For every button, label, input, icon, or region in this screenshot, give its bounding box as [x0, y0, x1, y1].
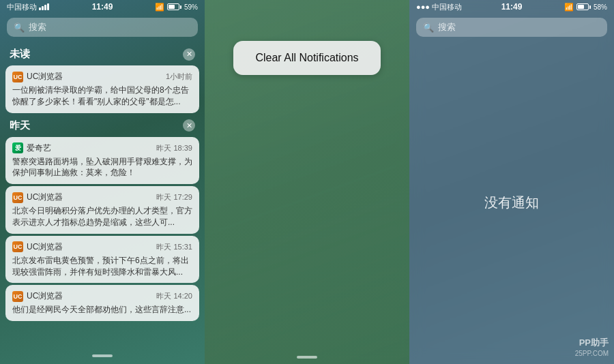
carrier-left: 中国移动 [7, 2, 37, 12]
left-status-left: 中国移动 [7, 2, 49, 12]
notif-header-uc-3: UC UC浏览器 昨天 15:31 [12, 241, 192, 253]
yesterday-close-button[interactable]: ✕ [183, 119, 195, 132]
search-icon-left: 🔍 [14, 22, 25, 33]
pp-logo: PP助手 [575, 337, 609, 349]
right-status-left: ●●● 中国移动 [416, 2, 462, 12]
wifi-icon-right: 📶 [564, 3, 574, 12]
carrier-right: ●●● [416, 3, 430, 11]
notif-app-uc-4: UC UC浏览器 [12, 290, 63, 302]
signal-bars-left [39, 3, 49, 10]
signal-bar-1 [39, 7, 41, 10]
right-status-bar: ●●● 中国移动 11:49 📶 58% [409, 0, 614, 14]
notif-card-uc-2[interactable]: UC UC浏览器 昨天 17:29 北京今日明确积分落户优先办理的人才类型，官方… [5, 186, 199, 234]
notif-text-iqiyi: 警察突遇路面坍塌，坠入破洞用手臂艰难支撑，为保护同事制止施救：莫来，危险！ [12, 156, 192, 179]
no-notifications-label: 没有通知 [409, 41, 614, 364]
notif-text-uc-2: 北京今日明确积分落户优先办理的人才类型，官方表示进京人才指标总趋势是缩减，这些人… [12, 205, 192, 228]
right-panel: ●●● 中国移动 11:49 📶 58% 🔍 搜索 没有通知 PP助手 25PP… [409, 0, 614, 364]
notif-header-uc-2: UC UC浏览器 昨天 17:29 [12, 192, 192, 203]
unread-title: 未读 [10, 48, 30, 61]
middle-handle-line [297, 356, 317, 359]
yesterday-title: 昨天 [10, 119, 30, 132]
notif-card-uc-1[interactable]: UC UC浏览器 1小时前 一位刚被清华录取的学霸，给中国父母的8个忠告惊醒了多… [5, 65, 199, 113]
signal-bar-4 [47, 3, 49, 10]
clear-all-button[interactable]: Clear All Notifications [233, 41, 380, 75]
notif-card-iqiyi[interactable]: 爱 爱奇艺 昨天 18:39 警察突遇路面坍塌，坠入破洞用手臂艰难支撑，为保护同… [5, 137, 199, 185]
uc-icon-3: UC [12, 241, 23, 252]
notif-card-uc-4[interactable]: UC UC浏览器 昨天 14:20 他们是经网民今天全部都劝他们，这些言辞注意.… [5, 285, 199, 321]
notif-app-uc-3: UC UC浏览器 [12, 241, 63, 253]
notif-text-uc-1: 一位刚被清华录取的学霸，给中国父母的8个忠告惊醒了多少家长！看看"别人家的父母"… [12, 85, 192, 108]
left-handle-line [92, 354, 113, 357]
time-left: 11:49 [92, 2, 113, 12]
notif-appname-uc-4: UC浏览器 [27, 290, 63, 302]
notif-time-uc-2: 昨天 17:29 [156, 192, 192, 202]
notif-card-uc-3[interactable]: UC UC浏览器 昨天 15:31 北京发布雷电黄色预警，预计下午6点之前，将出… [5, 236, 199, 284]
notif-time-uc-3: 昨天 15:31 [156, 242, 192, 252]
notif-appname-iqiyi: 爱奇艺 [27, 142, 51, 154]
notif-header-uc-1: UC UC浏览器 1小时前 [12, 71, 192, 82]
yesterday-section-header: 昨天 ✕ [0, 115, 205, 135]
carrier-right-text: 中国移动 [432, 2, 462, 12]
left-bottom-handle [0, 348, 205, 364]
notif-appname-uc-3: UC浏览器 [27, 241, 63, 253]
unread-section-header: 未读 ✕ [0, 44, 205, 63]
left-search-bar[interactable]: 🔍 搜索 [7, 18, 198, 37]
search-icon-right: 🔍 [423, 22, 434, 33]
notif-time-uc-1: 1小时前 [166, 72, 192, 82]
notif-header-uc-4: UC UC浏览器 昨天 14:20 [12, 290, 192, 302]
notifications-scroll[interactable]: 未读 ✕ UC UC浏览器 1小时前 一位刚被清华录取的学霸，给中国父母的8个忠… [0, 41, 205, 348]
watermark: PP助手 25PP.COM [575, 337, 609, 359]
notif-app-iqiyi: 爱 爱奇艺 [12, 142, 51, 154]
left-search-placeholder: 搜索 [29, 21, 46, 33]
battery-left [167, 3, 181, 10]
battery-fill-left [169, 5, 175, 9]
left-status-bar: 中国移动 11:49 📶 59% [0, 0, 205, 14]
pp-url: 25PP.COM [575, 349, 609, 359]
wifi-icon: 📶 [155, 3, 164, 12]
time-right: 11:49 [501, 2, 523, 12]
signal-bar-3 [44, 5, 46, 10]
middle-bottom-handle [205, 356, 409, 359]
iqiyi-icon: 爱 [12, 142, 23, 153]
uc-icon-4: UC [12, 291, 23, 302]
notif-time-uc-4: 昨天 14:20 [156, 291, 192, 301]
uc-icon-2: UC [12, 192, 23, 203]
battery-tip-right [589, 5, 591, 9]
battery-pct-left: 59% [184, 3, 198, 11]
notif-appname-uc-1: UC浏览器 [27, 71, 63, 82]
notif-time-iqiyi: 昨天 18:39 [156, 143, 192, 153]
right-search-placeholder: 搜索 [438, 21, 456, 33]
notif-header-iqiyi: 爱 爱奇艺 昨天 18:39 [12, 142, 192, 154]
signal-bar-2 [42, 6, 44, 10]
left-notification-panel: 中国移动 11:49 📶 59% 🔍 搜索 未读 [0, 0, 205, 364]
notif-app-uc-2: UC UC浏览器 [12, 192, 63, 203]
battery-tip-left [180, 5, 181, 9]
uc-icon-1: UC [12, 72, 23, 82]
notif-text-uc-4: 他们是经网民今天全部都劝他们，这些言辞注意... [12, 304, 192, 316]
battery-right [576, 3, 591, 10]
left-status-right: 📶 59% [155, 3, 198, 12]
unread-close-button[interactable]: ✕ [183, 48, 195, 61]
middle-panel: Clear All Notifications [205, 0, 409, 364]
right-status-right: 📶 58% [564, 3, 607, 12]
battery-pct-right: 58% [594, 3, 607, 11]
notif-app-uc-1: UC UC浏览器 [12, 71, 63, 82]
battery-fill-right [578, 5, 584, 9]
notif-appname-uc-2: UC浏览器 [27, 192, 63, 203]
right-search-bar[interactable]: 🔍 搜索 [416, 18, 607, 37]
notif-text-uc-3: 北京发布雷电黄色预警，预计下午6点之前，将出现较强雷阵雨，并伴有短时强降水和雷暴… [12, 255, 192, 278]
